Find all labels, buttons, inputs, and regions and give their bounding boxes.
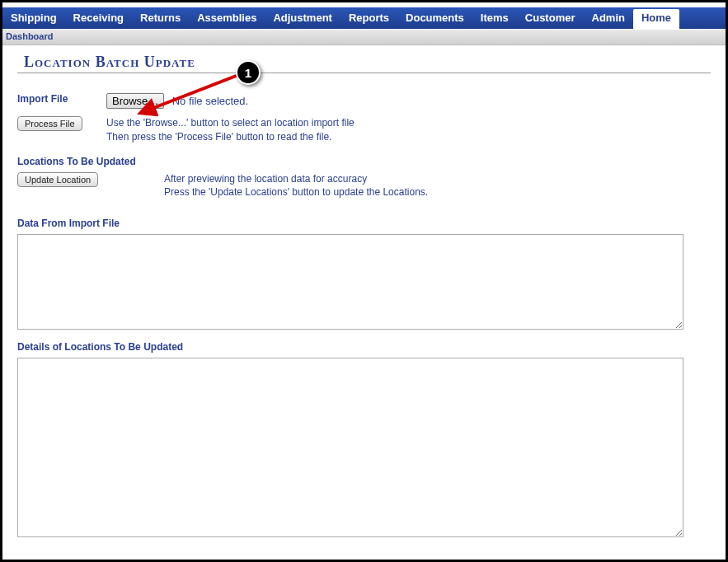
update-help-line2: Press the 'Update Locations' button to u…: [164, 186, 428, 198]
no-file-selected-text: No file selected.: [172, 95, 249, 107]
data-from-import-label: Data From Import File: [17, 218, 711, 229]
details-locations-textarea[interactable]: [17, 358, 683, 537]
nav-item-home[interactable]: Home: [633, 9, 679, 29]
import-help-line1: Use the 'Browse...' button to select an …: [106, 117, 355, 129]
nav-item-shipping[interactable]: Shipping: [2, 7, 65, 29]
page-title: Location Batch Update: [17, 54, 711, 73]
sub-nav: Dashboard: [2, 29, 726, 45]
import-file-label: Import File: [17, 93, 106, 105]
locations-to-be-updated-label: Locations To Be Updated: [17, 156, 711, 167]
nav-item-adjustment[interactable]: Adjustment: [265, 7, 341, 29]
annotation-marker-1: 1: [236, 60, 261, 85]
nav-item-admin[interactable]: Admin: [584, 7, 633, 29]
details-locations-label: Details of Locations To Be Updated: [17, 341, 711, 353]
update-help-text: After previewing the location data for a…: [164, 172, 428, 200]
subnav-dashboard[interactable]: Dashboard: [6, 31, 53, 41]
nav-item-customer[interactable]: Customer: [517, 7, 584, 29]
nav-item-returns[interactable]: Returns: [132, 7, 189, 29]
update-help-line1: After previewing the location data for a…: [164, 173, 367, 185]
top-nav: ShippingReceivingReturnsAssembliesAdjust…: [2, 7, 726, 29]
nav-item-receiving[interactable]: Receiving: [65, 7, 132, 29]
browse-button[interactable]: Browse…: [106, 93, 164, 109]
import-help-text: Use the 'Browse...' button to select an …: [106, 116, 355, 144]
process-file-button[interactable]: Process File: [17, 116, 82, 131]
nav-item-items[interactable]: Items: [472, 7, 517, 29]
nav-item-assemblies[interactable]: Assemblies: [189, 7, 265, 29]
nav-item-documents[interactable]: Documents: [397, 7, 472, 29]
update-location-button[interactable]: Update Location: [17, 172, 98, 187]
data-from-import-textarea[interactable]: [17, 234, 683, 330]
nav-item-reports[interactable]: Reports: [341, 7, 397, 29]
import-help-line2: Then press the 'Process File' button to …: [106, 131, 331, 143]
content-area: Location Batch Update Import File Browse…: [2, 45, 726, 546]
